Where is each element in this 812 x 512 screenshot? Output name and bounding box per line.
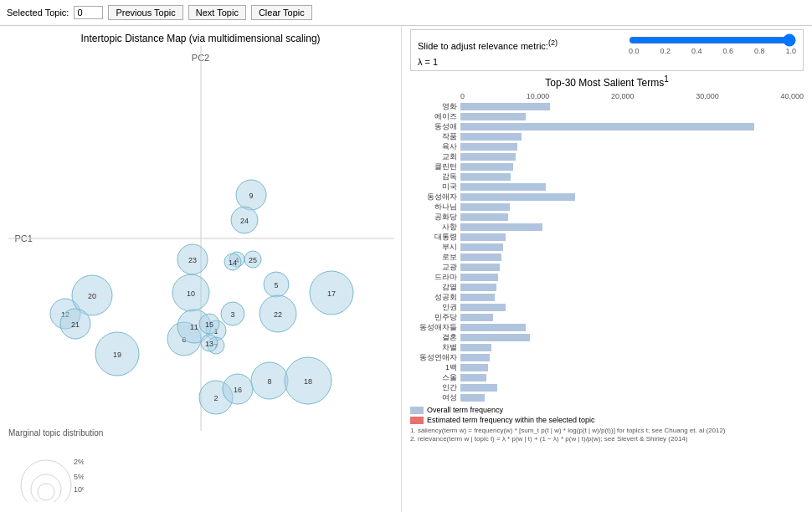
bar-track-2 [460,123,804,131]
topic-input[interactable] [74,6,103,19]
bar-label-29: 여성 [410,392,460,403]
bubble-map-svg: 1234567891011121314151617181920212223242… [8,46,393,431]
bubble-label-20: 20 [87,292,95,300]
bar-overall-28 [460,384,497,392]
bar-row-23: 결혼 [410,333,804,342]
bar-track-24 [460,344,804,351]
bar-overall-2 [460,123,754,131]
slider-section: Slide to adjust relevance metric:(2) 0.0… [410,29,804,71]
bar-track-13 [460,233,804,241]
bar-track-14 [460,243,804,251]
bar-overall-15 [460,253,501,261]
bar-row-4: 육사 [410,142,804,151]
bubble-label-2: 2 [213,394,218,402]
svg-point-2 [21,460,71,502]
bar-overall-9 [460,193,575,201]
bar-overall-7 [460,173,511,181]
main-content: Intertopic Distance Map (via multidimens… [0,26,812,512]
bubble-label-22: 22 [273,310,281,319]
bar-overall-26 [460,364,488,371]
bar-overall-21 [460,314,493,321]
svg-text:10%: 10% [74,485,84,494]
bar-row-25: 동성연애자 [410,353,804,362]
marginal-svg: 2% 5% 10% [8,439,84,502]
marginal-section: Marginal topic distribution 2% 5% 10% [8,428,103,504]
bar-track-26 [460,364,804,371]
bar-overall-0 [460,103,550,110]
next-topic-button[interactable]: Next Topic [188,5,246,20]
clear-topic-button[interactable]: Clear Topic [251,5,312,20]
legend-overall: Overall term frequency [410,406,804,414]
bar-row-26: 1백 [410,363,804,372]
bar-overall-22 [460,324,526,331]
bubble-label-9: 9 [249,192,253,200]
bar-overall-13 [460,233,506,241]
bar-overall-14 [460,243,503,251]
bar-overall-5 [460,153,516,161]
bar-row-2: 동성애 [410,122,804,131]
legend-overall-label: Overall term frequency [427,406,503,414]
bar-overall-24 [460,344,491,351]
bubble-label-25: 25 [248,256,256,264]
footnote-2: 2. relevance(term w | topic t) = λ * p(w… [410,435,804,443]
left-panel: Intertopic Distance Map (via multidimens… [0,26,402,512]
prev-topic-button[interactable]: Previous Topic [108,5,182,20]
bar-overall-23 [460,334,530,341]
right-panel: Slide to adjust relevance metric:(2) 0.0… [402,26,812,512]
bubble-label-15: 15 [204,320,213,329]
bubble-label-11: 11 [189,323,198,331]
bar-overall-4 [460,143,517,151]
bubble-label-17: 17 [326,289,335,298]
bubble-label-14: 14 [228,259,236,267]
bar-overall-1 [460,113,526,120]
bar-overall-17 [460,274,498,281]
bar-overall-6 [460,163,513,171]
bar-track-12 [460,223,804,231]
bar-row-11: 공화당 [410,212,804,222]
bar-track-1 [460,113,804,120]
bar-overall-20 [460,304,506,311]
bar-row-0: 영화 [410,102,804,111]
bar-row-6: 클린턴 [410,162,804,172]
chart-x-axis: 0 10,000 20,000 30,000 40,000 [410,92,804,100]
bar-track-8 [460,183,804,191]
bubble-label-5: 5 [274,281,278,289]
lambda-display: λ = 1 [418,57,796,67]
bar-row-17: 드라마 [410,273,804,282]
bar-overall-25 [460,354,490,361]
bar-row-14: 부시 [410,243,804,252]
bubble-label-21: 21 [70,320,79,329]
bar-track-3 [460,133,804,141]
marginal-title: Marginal topic distribution [8,428,103,438]
bubble-label-10: 10 [186,289,194,298]
bar-row-22: 동성애자들 [410,323,804,332]
bar-row-15: 로보 [410,253,804,262]
bar-overall-27 [460,374,486,381]
bar-track-23 [460,334,804,341]
svg-point-4 [38,484,54,500]
bar-track-25 [460,354,804,361]
svg-text:2%: 2% [74,458,84,466]
bar-track-19 [460,294,804,301]
bar-row-3: 작품 [410,132,804,141]
bubble-label-8: 8 [267,377,271,386]
legend-selected: Estimated term frequency within the sele… [410,416,804,424]
legend-selected-label: Estimated term frequency within the sele… [427,416,595,424]
bubble-label-24: 24 [239,217,248,225]
bar-track-0 [460,103,804,110]
bar-track-4 [460,143,804,151]
bar-overall-19 [460,294,495,301]
bar-row-27: 스올 [410,373,804,382]
lambda-slider[interactable] [629,33,796,47]
bar-track-16 [460,264,804,271]
bar-row-21: 민주당 [410,313,804,322]
legend-overall-color [410,407,424,414]
bar-track-27 [460,374,804,381]
bar-track-7 [460,173,804,181]
bar-track-15 [460,253,804,261]
bar-row-28: 인간 [410,383,804,392]
bar-track-6 [460,163,804,171]
svg-text:5%: 5% [74,473,84,481]
bar-row-29: 여성 [410,393,804,402]
bar-track-10 [460,203,804,211]
